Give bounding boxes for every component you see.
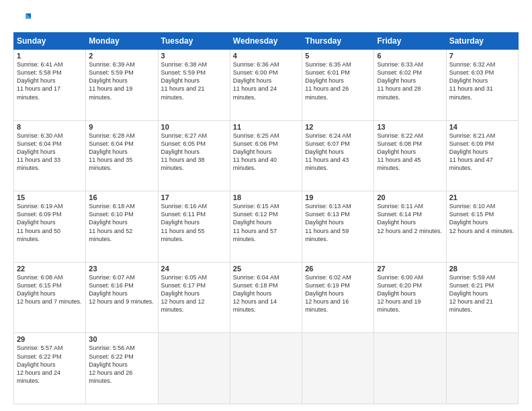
daylight-label: Daylight hours [89,77,128,84]
sunset-label: Sunset: 6:14 PM [377,211,422,218]
table-row: 2 Sunrise: 6:39 AM Sunset: 5:59 PM Dayli… [86,50,158,121]
sunrise-label: Sunrise: 6:02 AM [305,274,351,281]
sunset-label: Sunset: 6:21 PM [449,282,494,289]
table-row: 21 Sunrise: 6:10 AM Sunset: 6:15 PM Dayl… [446,191,518,263]
sunrise-label: Sunrise: 6:16 AM [161,203,208,210]
daylight-label: Daylight hours [233,219,272,226]
sunrise-label: Sunrise: 6:10 AM [449,203,496,210]
sunset-label: Sunset: 6:16 PM [89,282,134,289]
daylight-duration: 12 hours and 16 minutes. [305,298,349,313]
table-row: 14 Sunrise: 6:21 AM Sunset: 6:09 PM Dayl… [446,120,518,191]
daylight-label: Daylight hours [449,219,488,226]
table-row: 27 Sunrise: 6:00 AM Sunset: 6:20 PM Dayl… [374,262,446,333]
day-number: 21 [449,193,515,201]
sunset-label: Sunset: 6:10 PM [89,211,134,218]
day-number: 27 [377,265,443,273]
calendar-week-row: 1 Sunrise: 6:41 AM Sunset: 5:58 PM Dayli… [14,50,519,121]
day-info: Sunrise: 6:24 AM Sunset: 6:07 PM Dayligh… [305,132,371,173]
day-number: 12 [305,123,371,131]
sunrise-label: Sunrise: 6:41 AM [17,61,63,68]
day-info: Sunrise: 5:56 AM Sunset: 6:22 PM Dayligh… [89,344,154,385]
sunrise-label: Sunrise: 6:15 AM [233,203,279,210]
calendar-week-row: 8 Sunrise: 6:30 AM Sunset: 6:04 PM Dayli… [14,120,519,191]
daylight-duration: 11 hours and 26 minutes. [305,85,349,100]
table-row: 1 Sunrise: 6:41 AM Sunset: 5:58 PM Dayli… [14,50,86,121]
sunrise-label: Sunrise: 5:57 AM [17,345,63,351]
day-number: 4 [233,52,299,60]
sunset-label: Sunset: 6:09 PM [17,211,62,218]
day-info: Sunrise: 6:30 AM Sunset: 6:04 PM Dayligh… [17,132,83,173]
sunrise-label: Sunrise: 6:22 AM [377,132,423,139]
day-number: 25 [233,265,299,273]
sunrise-label: Sunrise: 6:04 AM [233,274,279,281]
day-number: 28 [449,265,515,273]
daylight-duration: 11 hours and 28 minutes. [377,85,420,100]
sunset-label: Sunset: 5:59 PM [161,69,206,76]
sunrise-label: Sunrise: 6:28 AM [89,132,135,139]
daylight-duration: 11 hours and 55 minutes. [161,228,205,242]
sunrise-label: Sunrise: 6:13 AM [305,203,351,210]
table-row: 18 Sunrise: 6:15 AM Sunset: 6:12 PM Dayl… [230,191,302,263]
sunset-label: Sunset: 6:12 PM [233,211,278,218]
sunrise-label: Sunrise: 6:11 AM [377,203,423,210]
daylight-label: Daylight hours [89,219,128,226]
table-row: 26 Sunrise: 6:02 AM Sunset: 6:19 PM Dayl… [302,262,374,333]
sunset-label: Sunset: 6:09 PM [449,140,494,147]
sunset-label: Sunset: 6:18 PM [233,282,278,289]
day-info: Sunrise: 6:39 AM Sunset: 5:59 PM Dayligh… [89,60,154,101]
table-row: 28 Sunrise: 5:59 AM Sunset: 6:21 PM Dayl… [446,262,518,333]
table-row [158,333,230,404]
daylight-duration: 11 hours and 21 minutes. [161,85,205,100]
sunrise-label: Sunrise: 6:05 AM [161,274,208,281]
table-row: 15 Sunrise: 6:19 AM Sunset: 6:09 PM Dayl… [14,191,86,263]
daylight-duration: 11 hours and 43 minutes. [305,156,349,171]
table-row: 5 Sunrise: 6:35 AM Sunset: 6:01 PM Dayli… [302,50,374,121]
daylight-label: Daylight hours [305,290,344,297]
daylight-duration: 12 hours and 26 minutes. [89,369,132,384]
day-number: 30 [89,335,154,343]
header [13,11,519,26]
day-info: Sunrise: 6:33 AM Sunset: 6:02 PM Dayligh… [377,60,443,101]
col-sunday: Sunday [14,33,86,50]
daylight-label: Daylight hours [89,290,128,297]
sunrise-label: Sunrise: 6:00 AM [377,274,423,281]
day-info: Sunrise: 6:07 AM Sunset: 6:16 PM Dayligh… [89,273,154,306]
page: Sunday Monday Tuesday Wednesday Thursday… [0,0,532,411]
daylight-label: Daylight hours [161,77,200,84]
day-number: 15 [17,193,83,201]
daylight-duration: 12 hours and 12 minutes. [161,298,205,313]
logo [13,11,31,26]
sunset-label: Sunset: 5:59 PM [89,69,134,76]
day-info: Sunrise: 6:11 AM Sunset: 6:14 PM Dayligh… [377,202,443,235]
day-number: 17 [161,193,227,201]
sunrise-label: Sunrise: 6:21 AM [449,132,496,139]
sunset-label: Sunset: 6:13 PM [305,211,350,218]
daylight-label: Daylight hours [305,77,344,84]
table-row: 17 Sunrise: 6:16 AM Sunset: 6:11 PM Dayl… [158,191,230,263]
day-info: Sunrise: 6:36 AM Sunset: 6:00 PM Dayligh… [233,60,299,101]
daylight-duration: 11 hours and 19 minutes. [89,85,132,100]
day-info: Sunrise: 6:32 AM Sunset: 6:03 PM Dayligh… [449,60,515,101]
daylight-duration: 12 hours and 19 minutes. [377,298,420,313]
daylight-label: Daylight hours [377,77,416,84]
daylight-label: Daylight hours [233,77,272,84]
day-info: Sunrise: 6:08 AM Sunset: 6:15 PM Dayligh… [17,273,83,306]
sunset-label: Sunset: 6:19 PM [305,282,350,289]
daylight-duration: 11 hours and 31 minutes. [449,85,493,100]
calendar-week-row: 15 Sunrise: 6:19 AM Sunset: 6:09 PM Dayl… [14,191,519,263]
sunset-label: Sunset: 6:04 PM [89,140,134,147]
daylight-label: Daylight hours [17,219,56,226]
daylight-duration: 12 hours and 7 minutes. [17,298,82,305]
day-info: Sunrise: 6:35 AM Sunset: 6:01 PM Dayligh… [305,60,371,101]
daylight-label: Daylight hours [377,148,416,155]
table-row [230,333,302,404]
table-row: 22 Sunrise: 6:08 AM Sunset: 6:15 PM Dayl… [14,262,86,333]
day-number: 20 [377,193,443,201]
daylight-label: Daylight hours [17,361,56,368]
daylight-label: Daylight hours [17,290,56,297]
table-row: 7 Sunrise: 6:32 AM Sunset: 6:03 PM Dayli… [446,50,518,121]
daylight-label: Daylight hours [449,77,488,84]
col-monday: Monday [86,33,158,50]
sunset-label: Sunset: 6:22 PM [89,353,134,360]
sunrise-label: Sunrise: 6:33 AM [377,61,423,68]
